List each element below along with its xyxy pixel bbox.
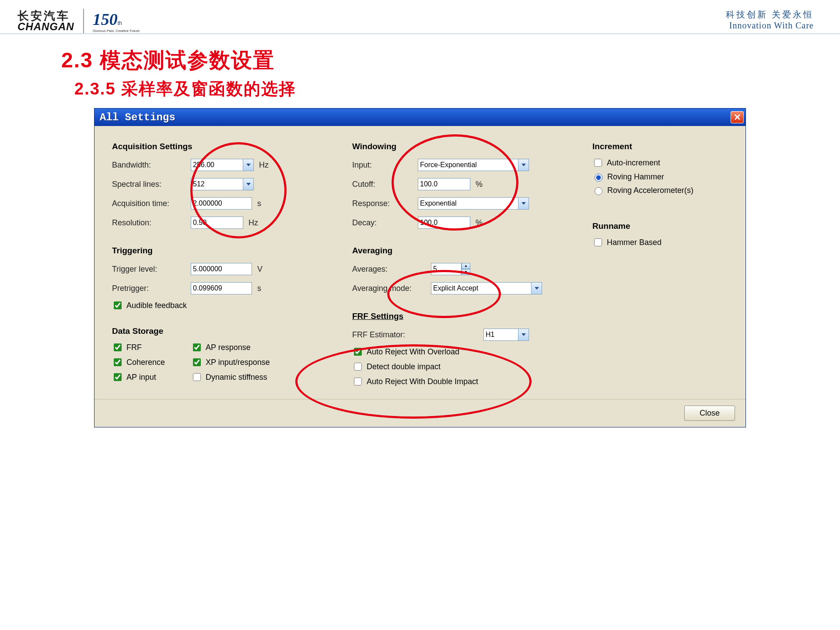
slide-title: 2.3 模态测试参数设置 bbox=[61, 46, 840, 74]
resolution-input[interactable] bbox=[191, 217, 243, 229]
cutoff-input[interactable] bbox=[418, 178, 470, 190]
data-storage-group: Data Storage FRF Coherence AP input AP r… bbox=[112, 326, 339, 387]
runname-group: Runname Hammer Based bbox=[592, 221, 728, 248]
slogan-en: Innovation With Care bbox=[726, 21, 814, 31]
ddi-checkbox[interactable] bbox=[354, 363, 362, 371]
spectral-lines-label: Spectral lines: bbox=[112, 180, 191, 189]
storage-heading: Data Storage bbox=[112, 326, 339, 336]
bandwidth-label: Bandwidth: bbox=[112, 161, 191, 170]
apinput-checkbox[interactable] bbox=[114, 373, 122, 381]
logo-sub: Glorious Past, Creative Future bbox=[93, 29, 140, 33]
trigger-level-label: Trigger level: bbox=[112, 265, 191, 274]
frfest-label: FRF Estimator: bbox=[352, 330, 483, 340]
avg-heading: Averaging bbox=[352, 246, 579, 256]
triggering-group: Triggering Trigger level: V Pretrigger: … bbox=[112, 246, 339, 311]
roving-accel-label: Roving Accelerometer(s) bbox=[607, 186, 693, 195]
decay-unit: % bbox=[476, 218, 487, 228]
roving-hammer-radio[interactable] bbox=[595, 174, 602, 182]
windowing-group: Windowing Input: Cutoff: bbox=[352, 142, 579, 230]
hammer-based-label: Hammer Based bbox=[607, 238, 662, 247]
pretrigger-unit: s bbox=[257, 284, 269, 293]
win-input-dropdown-icon[interactable] bbox=[518, 159, 529, 171]
logo-left: 长安汽车 CHANGAN 150th Glorious Past, Creati… bbox=[18, 9, 140, 33]
response-dropdown-icon[interactable] bbox=[518, 197, 529, 210]
slide-header: 长安汽车 CHANGAN 150th Glorious Past, Creati… bbox=[0, 0, 840, 34]
win-input-select[interactable] bbox=[418, 159, 518, 171]
acqtime-label: Acquisition time: bbox=[112, 199, 191, 208]
bandwidth-input[interactable] bbox=[191, 159, 243, 171]
windowing-heading: Windowing bbox=[352, 142, 579, 151]
runname-heading: Runname bbox=[592, 221, 728, 231]
ddi-label: Detect double impact bbox=[367, 362, 441, 371]
frf-label: FRF bbox=[126, 343, 142, 352]
pretrigger-label: Pretrigger: bbox=[112, 284, 191, 293]
acq-heading: Acquisition Settings bbox=[112, 142, 339, 151]
averages-up-icon[interactable]: ▲ bbox=[462, 263, 470, 269]
increment-group: Increment Auto-increment Roving Hammer R… bbox=[592, 142, 728, 195]
logo-cn-text: 长安汽车 bbox=[18, 10, 74, 21]
logo-150: 150 bbox=[93, 10, 118, 28]
close-icon[interactable]: ✕ bbox=[731, 111, 744, 123]
response-label: Response: bbox=[352, 199, 418, 208]
resolution-unit: Hz bbox=[248, 218, 260, 228]
averages-input[interactable] bbox=[431, 263, 462, 275]
slogan-cn: 科技创新 关爱永恒 bbox=[726, 9, 814, 21]
trigger-level-input[interactable] bbox=[191, 263, 252, 275]
averages-label: Averages: bbox=[352, 265, 431, 274]
autoinc-checkbox[interactable] bbox=[594, 159, 602, 167]
ardi-checkbox[interactable] bbox=[354, 378, 362, 385]
spectral-lines-input[interactable] bbox=[191, 178, 243, 190]
frf-settings-group: FRF Settings FRF Estimator: Auto Reject … bbox=[352, 312, 579, 387]
avgmode-select[interactable] bbox=[431, 282, 532, 294]
frfest-select[interactable] bbox=[483, 329, 518, 341]
trigger-level-unit: V bbox=[257, 265, 269, 274]
slide-subtitle: 2.3.5 采样率及窗函数的选择 bbox=[74, 78, 840, 100]
increment-heading: Increment bbox=[592, 142, 728, 151]
hammer-based-checkbox[interactable] bbox=[594, 238, 602, 246]
averages-down-icon[interactable]: ▼ bbox=[462, 269, 470, 275]
apresp-label: AP response bbox=[206, 343, 251, 352]
arej-label: Auto Reject With Overload bbox=[367, 347, 459, 357]
close-button[interactable]: Close bbox=[684, 406, 735, 421]
resolution-label: Resolution: bbox=[112, 218, 191, 228]
win-input-label: Input: bbox=[352, 161, 418, 170]
roving-accel-radio[interactable] bbox=[595, 187, 602, 195]
arej-checkbox[interactable] bbox=[354, 348, 362, 356]
response-select[interactable] bbox=[418, 197, 518, 210]
coherence-label: Coherence bbox=[126, 358, 165, 367]
titlebar: All Settings ✕ bbox=[94, 108, 746, 126]
decay-input[interactable] bbox=[418, 217, 470, 229]
frfest-dropdown-icon[interactable] bbox=[518, 329, 529, 341]
pretrigger-input[interactable] bbox=[191, 282, 252, 294]
avgmode-label: Averaging mode: bbox=[352, 284, 431, 293]
roving-hammer-label: Roving Hammer bbox=[607, 172, 664, 182]
apresp-checkbox[interactable] bbox=[193, 343, 201, 351]
slogan: 科技创新 关爱永恒 Innovation With Care bbox=[726, 9, 814, 31]
dialog-title: All Settings bbox=[100, 112, 175, 123]
audible-feedback-label: Audible feedback bbox=[126, 301, 187, 310]
dynstiff-label: Dynamic stiffness bbox=[206, 373, 267, 382]
dialog-footer: Close bbox=[94, 399, 746, 427]
ardi-label: Auto Reject With Double Impact bbox=[367, 377, 478, 386]
averaging-group: Averaging Averages: ▲ ▼ bbox=[352, 246, 579, 296]
spectral-dropdown-icon[interactable] bbox=[243, 178, 254, 190]
bandwidth-unit: Hz bbox=[259, 161, 270, 170]
logo-en-text: CHANGAN bbox=[18, 21, 74, 32]
audible-feedback-checkbox[interactable] bbox=[114, 301, 122, 309]
cutoff-unit: % bbox=[476, 180, 487, 189]
acqtime-input[interactable] bbox=[191, 197, 252, 210]
decay-label: Decay: bbox=[352, 218, 418, 228]
frfset-heading: FRF Settings bbox=[352, 312, 579, 321]
bandwidth-dropdown-icon[interactable] bbox=[243, 159, 254, 171]
cutoff-label: Cutoff: bbox=[352, 180, 418, 189]
frf-checkbox[interactable] bbox=[114, 343, 122, 351]
coherence-checkbox[interactable] bbox=[114, 358, 122, 366]
autoinc-label: Auto-increment bbox=[607, 158, 660, 168]
trig-heading: Triggering bbox=[112, 246, 339, 256]
dynstiff-checkbox[interactable] bbox=[193, 373, 201, 381]
avgmode-dropdown-icon[interactable] bbox=[532, 282, 542, 294]
acqtime-unit: s bbox=[257, 199, 269, 208]
xp-checkbox[interactable] bbox=[193, 358, 201, 366]
apinput-label: AP input bbox=[126, 373, 156, 382]
all-settings-dialog: All Settings ✕ Acquisition Settings Band… bbox=[94, 108, 746, 427]
